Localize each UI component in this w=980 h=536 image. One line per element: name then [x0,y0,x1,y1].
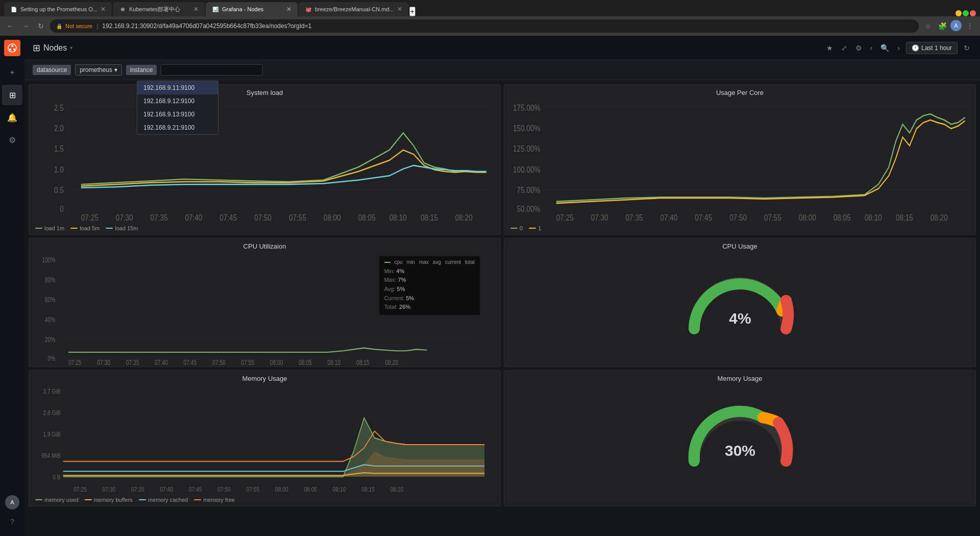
window-controls [955,10,976,16]
close-button[interactable] [970,10,976,16]
tab-close-4[interactable]: ✕ [397,6,402,13]
memory-gauge-container: 30% [504,384,975,476]
dropdown-item-1[interactable]: 192.168.9.11:9100 [137,81,218,94]
memory-gauge-svg: 30% [684,389,796,471]
sidebar-item-help[interactable]: ? [2,511,22,532]
legend-label-mem-cached: memory cached [148,497,188,503]
sidebar: + ⊞ 🔔 ⚙ A ? [0,36,24,536]
legend-label-load5m: load 5m [80,225,100,231]
maximize-button[interactable] [963,10,969,16]
new-tab-button[interactable]: + [409,7,415,16]
profile-button[interactable]: A [950,20,962,31]
stats-header-max: max [419,259,429,265]
svg-text:08:05: 08:05 [299,358,312,366]
dropdown-item-2[interactable]: 192.168.9.12:9100 [137,94,218,108]
tab-close-1[interactable]: ✕ [101,6,106,13]
tab-favicon-3: 📊 [212,6,219,13]
legend-mem-free: memory free [194,497,235,503]
sidebar-bottom: A ? [2,495,22,532]
legend-load1m: load 1m [35,225,64,231]
svg-text:08:10: 08:10 [333,485,346,492]
sidebar-item-dashboards[interactable]: ⊞ [2,85,22,105]
usage-per-core-panel: Usage Per Core 175.00% 150.00% 125.00% 1… [504,84,976,235]
sidebar-item-settings[interactable]: ⚙ [2,130,22,150]
tab-3[interactable]: 📊 Grafana - Nodes ✕ [206,2,298,16]
svg-text:07:35: 07:35 [131,485,144,492]
stat-max-label: Max: [384,277,398,283]
usage-per-core-svg: 175.00% 150.00% 125.00% 100.00% 75.00% 5… [504,99,975,223]
svg-text:08:00: 08:00 [275,485,288,492]
zoom-out-button[interactable]: 🔍 [878,42,891,54]
refresh-button[interactable]: ↻ [962,42,972,54]
dropdown-item-3[interactable]: 192.168.9.13:9100 [137,108,218,121]
svg-text:2.0: 2.0 [54,123,64,133]
datasource-tag: datasource [33,65,71,75]
memory-legend: memory used memory buffers memory cached… [29,495,500,506]
svg-text:20%: 20% [45,336,56,344]
tab-1[interactable]: 📄 Setting up the Prometheus O... ✕ [4,2,112,16]
legend-dot-cpu [384,262,390,263]
stats-header-current: current [445,259,461,265]
svg-text:07:30: 07:30 [97,358,110,366]
legend-color-mem-used [35,499,42,500]
time-range-button[interactable]: 🕐 Last 1 hour [906,42,958,54]
reload-button[interactable]: ↻ [35,20,47,32]
svg-text:30%: 30% [724,442,755,459]
svg-text:07:50: 07:50 [217,485,231,492]
memory-usage-title: Memory Usage [29,371,500,384]
legend-label-mem-free: memory free [203,497,235,503]
svg-point-3 [13,48,15,51]
svg-text:50.00%: 50.00% [517,204,541,214]
memory-svg: 3.7 GiB 2.8 GiB 1.9 GiB 954 MiB 0 B 07:2… [29,384,500,495]
grid-icon: ⊞ [9,90,16,100]
dropdown-item-4[interactable]: 192.168.9.21:9100 [137,121,218,134]
address-bar[interactable]: 🔒 Not secure | 192.168.9.21:30902/d/fa49… [50,19,919,33]
svg-text:4%: 4% [729,310,751,327]
forward-button[interactable]: → [19,20,32,32]
user-avatar[interactable]: A [5,495,19,509]
tab-close-3[interactable]: ✕ [286,6,291,13]
svg-text:08:20: 08:20 [385,358,398,366]
legend-label-core0: 0 [520,225,523,231]
svg-text:08:05: 08:05 [834,212,851,222]
filter-bar: datasource prometheus ▾ instance 192.168… [24,60,980,80]
sidebar-item-alerts[interactable]: 🔔 [2,107,22,128]
tab-2[interactable]: ☸ Kubernetes部署中心 ✕ [113,2,205,16]
svg-text:150.00%: 150.00% [513,123,541,133]
security-label: Not secure [65,23,92,29]
svg-text:75.00%: 75.00% [517,185,541,195]
legend-color-core1 [529,228,536,229]
prev-time-button[interactable]: ‹ [868,42,875,54]
sidebar-item-add[interactable]: + [2,62,22,83]
instance-input[interactable] [161,64,263,76]
tab-close-2[interactable]: ✕ [193,6,199,13]
share-button[interactable]: ⤢ [839,42,849,54]
bookmark-button[interactable]: ☆ [922,20,934,32]
back-button[interactable]: ← [4,20,16,32]
extensions-button[interactable]: 🧩 [936,20,948,32]
prometheus-dropdown[interactable]: prometheus ▾ [75,64,121,76]
tab-4[interactable]: 🐙 breeze/BreezeManual-CN.md... ✕ [299,2,408,16]
memory-usage-chart: 3.7 GiB 2.8 GiB 1.9 GiB 954 MiB 0 B 07:2… [29,384,500,495]
next-time-button[interactable]: › [895,42,902,54]
svg-text:08:10: 08:10 [328,358,341,366]
legend-mem-cached: memory cached [139,497,188,503]
minimize-button[interactable] [955,10,962,16]
top-bar-actions: ★ ⤢ ⚙ ‹ 🔍 › 🕐 Last 1 hour ↻ [824,42,972,54]
grafana-app: + ⊞ 🔔 ⚙ A ? ⊞ Nodes ▾ ★ ⤢ ⚙ [0,36,980,536]
svg-text:07:55: 07:55 [247,485,260,492]
svg-text:07:35: 07:35 [626,212,643,222]
gear-icon: ⚙ [9,135,16,145]
star-button[interactable]: ★ [824,42,835,54]
menu-button[interactable]: ⋮ [964,20,976,32]
bell-icon: 🔔 [7,113,17,123]
svg-text:07:25: 07:25 [81,212,99,222]
legend-color-load5m [70,228,78,229]
dashboard-settings-button[interactable]: ⚙ [853,42,864,54]
prometheus-dropdown-icon: ▾ [114,66,117,74]
svg-text:07:40: 07:40 [660,212,677,222]
dashboard-grid: System load 2.5 2.0 1.5 1.0 [24,80,980,536]
grafana-logo[interactable] [4,40,20,56]
svg-text:07:35: 07:35 [151,212,168,222]
dropdown-chevron-icon[interactable]: ▾ [70,45,72,51]
